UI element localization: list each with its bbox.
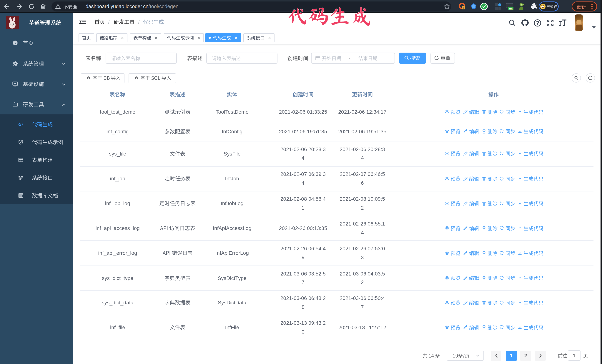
svg-text:on: on	[509, 7, 513, 10]
svg-text:1: 1	[462, 6, 464, 10]
